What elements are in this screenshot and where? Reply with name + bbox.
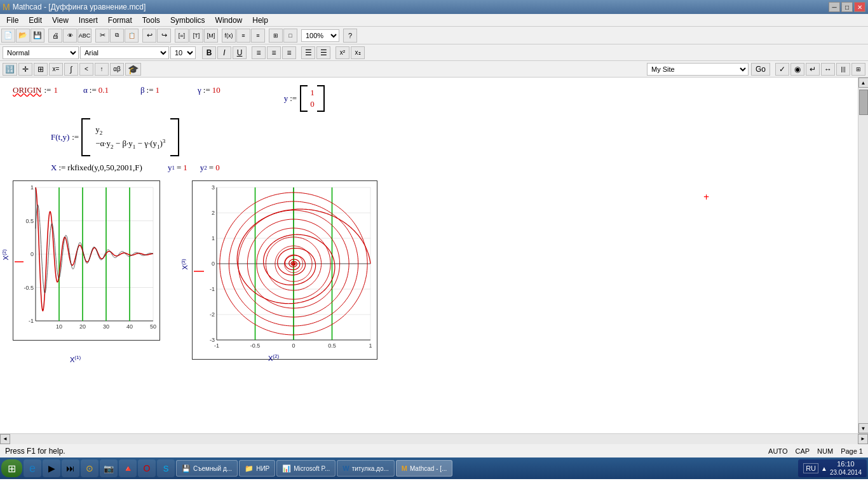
print-button[interactable]: 🖨 [48,29,62,43]
cam-icon[interactable]: 📷 [100,459,118,477]
undo-button[interactable]: ↩ [142,29,156,43]
menu-view[interactable]: View [47,15,74,26]
radio-btn[interactable]: ◉ [790,63,804,76]
menu-file[interactable]: File [1,15,24,26]
alpha-val: 0.1 [98,85,109,95]
graph2-container[interactable]: X(3) X(2) [192,180,377,362]
insert-matrix-button[interactable]: [M] [204,29,218,43]
site-select[interactable]: My Site [647,63,749,76]
menu-window[interactable]: Window [210,15,248,26]
media-icon[interactable]: ▶ [43,459,60,477]
open-button[interactable]: 📂 [16,29,30,43]
y-matrix: 1 0 [300,85,325,112]
graph1-canvas[interactable] [13,180,160,341]
variables-row: ORIGIN := 1 α := 0.1 β := 1 γ := 10 y [13,85,855,112]
align-center-button[interactable]: ≡ [267,46,281,59]
scroll-up-button[interactable]: ▲ [858,78,869,88]
view-btn[interactable]: ||| [836,63,850,76]
font-select[interactable]: Arial [80,46,169,59]
preview-button[interactable]: 👁 [63,29,77,43]
app-disk[interactable]: 💾 Съемный д... [176,460,238,477]
app-word[interactable]: W титулка.до... [337,460,395,477]
skype-icon[interactable]: S [157,459,175,477]
matrix-row1: 1 [310,88,315,98]
calc2-btn[interactable]: ∫ [64,63,78,76]
greek-btn[interactable]: ↑ [95,63,109,76]
app-nir[interactable]: 📁 НИР [239,460,275,477]
menu-edit[interactable]: Edit [24,15,47,26]
symbolic-btn[interactable]: < [79,63,93,76]
align-right-button[interactable]: ≡ [282,46,296,59]
go-button[interactable]: Go [751,63,770,76]
app-mathcad[interactable]: M Mathcad - [... [396,460,453,477]
style-select[interactable]: Normal [3,46,79,59]
opera-icon[interactable]: O [138,459,156,477]
vertical-scrollbar[interactable]: ▲ ▼ [858,78,868,433]
menu-insert[interactable]: Insert [74,15,103,26]
graph2-canvas[interactable] [192,180,377,360]
hat-btn[interactable]: 🎓 [125,63,141,76]
save-button[interactable]: 💾 [31,29,44,43]
spellcheck-button[interactable]: ABC [78,29,92,43]
italic-button[interactable]: I [217,46,231,59]
grid-btn[interactable]: ⊞ [851,63,865,76]
subscript-button[interactable]: x₂ [351,46,365,59]
chrome-icon[interactable]: ⊙ [81,459,98,477]
app-powerpoint[interactable]: 📊 Microsoft P... [276,460,336,477]
return-btn[interactable]: ↵ [806,63,820,76]
graph-toolbar-btn[interactable]: ✛ [18,63,32,76]
paste-button[interactable]: 📋 [125,29,139,43]
menu-tools[interactable]: Tools [137,15,165,26]
align-left-button[interactable]: ≡ [252,46,266,59]
worksheet[interactable]: ORIGIN := 1 α := 0.1 β := 1 γ := 10 y [0,78,868,433]
horizontal-scrollbar[interactable]: ◄ ► [0,433,868,444]
calc-button[interactable]: ≡ [236,29,250,43]
refresh-btn[interactable]: ↔ [821,63,835,76]
start-button[interactable]: ⊞ [1,459,22,477]
math-toolbar-btn[interactable]: 🔢 [3,63,17,76]
menu-help[interactable]: Help [247,15,273,26]
up-arrow[interactable]: ▲ [821,465,827,472]
check1-btn[interactable]: ✓ [775,63,789,76]
copy-button[interactable]: ⧉ [110,29,124,43]
insert-eq-button[interactable]: [=] [175,29,189,43]
wmp-icon[interactable]: ⏭ [62,459,79,477]
redo-button[interactable]: ↪ [157,29,171,43]
menu-format[interactable]: Format [103,15,137,26]
lang-indicator[interactable]: RU [803,463,818,473]
graph1-container[interactable]: X(2) X(1) [13,180,160,362]
list-button[interactable]: ☰ [301,46,315,59]
scroll-track[interactable] [858,88,869,423]
bold-button[interactable]: B [202,46,216,59]
resource-button[interactable]: ⊞ [269,29,283,43]
insert-text-button[interactable]: [T] [189,29,203,43]
scroll-thumb[interactable] [859,90,868,115]
help-button[interactable]: ? [343,29,357,43]
matrix-toolbar-btn[interactable]: ⊞ [34,63,48,76]
numlist-button[interactable]: ☰ [316,46,330,59]
close-button[interactable]: ✕ [854,2,865,12]
component-button[interactable]: □ [283,29,297,43]
cut-button[interactable]: ✂ [95,29,109,43]
scroll-down-button[interactable]: ▼ [858,423,869,433]
graph-button[interactable]: f(x) [222,29,236,43]
eval-btn[interactable]: x= [49,63,63,76]
drive-icon[interactable]: 🔺 [119,459,137,477]
ie-icon[interactable]: e [24,459,41,477]
new-button[interactable]: 📄 [1,29,15,43]
format2-button[interactable]: ≡ [251,29,265,43]
zoom-select[interactable]: 100% 75% 150% [301,29,339,42]
underline-button[interactable]: U [233,46,247,59]
scroll-left-button[interactable]: ◄ [0,434,10,444]
y1-val: y1 = 1 [168,163,187,173]
hscroll-track[interactable] [10,434,858,444]
minimize-button[interactable]: ─ [829,2,840,12]
superscript-button[interactable]: x² [336,46,349,59]
windows-icon: ⊞ [8,463,16,475]
scroll-right-button[interactable]: ► [858,434,868,444]
func-name-label: F(t,y) [51,132,69,142]
alpha-beta-btn[interactable]: αβ [110,63,124,76]
size-select[interactable]: 10 [170,46,196,59]
maximize-button[interactable]: □ [841,2,853,12]
menu-symbolics[interactable]: Symbolics [165,15,210,26]
